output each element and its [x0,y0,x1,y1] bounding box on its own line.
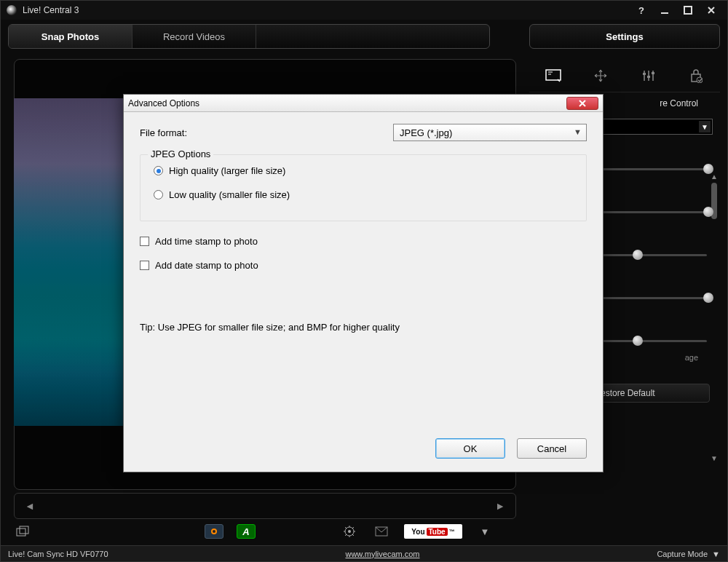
svg-point-11 [213,530,215,533]
radio-low-quality[interactable]: Low quality (smaller file size) [154,189,573,200]
radio-high-quality-input[interactable] [154,166,163,175]
tab-snap-photos[interactable]: Snap Photos [9,25,132,48]
scroll-down-icon[interactable]: ▼ [711,454,718,462]
app-title: Live! Central 3 [23,5,79,15]
maximize-button[interactable] [678,4,698,17]
settings-scrollbar[interactable]: ▲ ▼ [711,183,719,452]
check-time-stamp-label: Add time stamp to photo [155,236,258,247]
close-button[interactable] [701,4,721,17]
settings-toolbar [529,59,720,92]
dialog-tip: Tip: Use JPEG for smaller file size; and… [140,322,587,333]
tab-settings[interactable]: Settings [529,24,720,49]
dropdown-arrow-icon: ▼ [699,121,711,132]
equalizer-icon[interactable] [640,67,657,84]
radio-high-quality[interactable]: High quality (larger file size) [154,165,573,176]
svg-rect-3 [643,73,646,75]
svg-rect-9 [20,526,28,534]
radio-low-quality-label: Low quality (smaller file size) [169,189,290,200]
svg-rect-5 [652,72,654,74]
app-icon [7,5,17,15]
lock-icon[interactable] [687,67,705,84]
next-thumb-button[interactable]: ► [495,500,505,512]
app-window: Live! Central 3 ? Snap Photos Record Vid… [0,0,728,562]
check-date-stamp-label: Add date stamp to photo [155,260,258,271]
camera-tool-icon[interactable] [205,524,223,539]
mail-icon[interactable] [372,524,391,539]
svg-rect-8 [17,529,25,536]
capture-mode-arrow-icon: ▼ [712,550,720,558]
capture-mode-label: Capture Mode [657,550,708,558]
move-icon[interactable] [592,67,609,84]
dialog-body: File format: JPEG (*.jpg) ▼ JPEG Options… [124,112,603,344]
help-button[interactable]: ? [631,4,652,17]
share-gear-icon[interactable] [340,524,359,539]
ok-button[interactable]: OK [435,438,505,459]
jpeg-options-legend: JPEG Options [148,149,213,159]
statusbar: Live! Cam Sync HD VF0770 www.mylivecam.c… [1,545,727,561]
dialog-titlebar: Advanced Options [124,95,603,112]
youtube-text-you: You [411,528,424,536]
prev-thumb-button[interactable]: ◄ [25,500,35,512]
check-time-stamp-input[interactable] [140,237,149,246]
advanced-options-dialog: Advanced Options File format: JPEG (*.jp… [123,94,604,472]
tabs-row: Snap Photos Record Videos Settings [1,20,727,49]
check-time-stamp[interactable]: Add time stamp to photo [140,236,587,247]
svg-rect-1 [684,7,692,14]
device-name: Live! Cam Sync HD VF0770 [8,550,108,558]
cancel-button[interactable]: Cancel [517,438,587,459]
radio-high-quality-label: High quality (larger file size) [169,165,285,176]
bottom-toolbar: A YouTube™ ▼ [14,522,494,541]
check-date-stamp[interactable]: Add date stamp to photo [140,260,587,271]
main-tabs: Snap Photos Record Videos [8,24,490,49]
capture-mode-button[interactable]: Capture Mode ▼ [657,550,720,558]
file-format-label: File format: [140,127,393,138]
minimize-button[interactable] [654,4,675,17]
svg-rect-2 [546,70,561,80]
file-format-combo[interactable]: JPEG (*.jpg) ▼ [393,124,587,141]
jpeg-options-group: JPEG Options High quality (larger file s… [140,154,587,221]
youtube-text-tube: Tube [427,528,448,536]
combo-arrow-icon: ▼ [574,127,582,136]
website-link[interactable]: www.mylivecam.com [345,550,419,558]
file-format-value: JPEG (*.jpg) [400,127,452,138]
radio-low-quality-input[interactable] [154,190,163,199]
display-icon[interactable] [545,67,562,84]
svg-point-13 [348,530,351,533]
svg-rect-4 [647,76,650,78]
thumbnail-strip: ◄ ► [14,493,516,519]
dialog-title: Advanced Options [128,98,199,108]
tab-record-videos[interactable]: Record Videos [132,25,256,48]
tab-empty [256,25,489,48]
auto-tool-icon[interactable]: A [237,524,256,539]
youtube-button[interactable]: YouTube™ [404,524,462,539]
dialog-buttons: OK Cancel [435,438,587,459]
check-date-stamp-input[interactable] [140,261,149,270]
dialog-close-button[interactable] [566,97,598,110]
titlebar: Live! Central 3 ? [1,1,727,20]
gallery-icon[interactable] [14,524,33,539]
svg-rect-0 [661,12,668,14]
youtube-tm: ™ [449,529,455,535]
scroll-up-icon[interactable]: ▲ [711,173,718,181]
youtube-dropdown-icon[interactable]: ▼ [475,524,494,539]
